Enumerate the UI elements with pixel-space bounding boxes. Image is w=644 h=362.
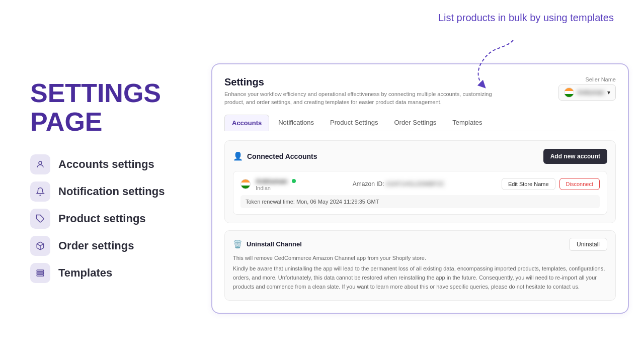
tab-templates[interactable]: Templates (445, 115, 489, 131)
account-top: Anktuman Indian Amazon ID: A3AF1HGLD0MBF… (240, 177, 600, 191)
edit-store-name-button[interactable]: Edit Store Name (502, 178, 555, 190)
tooltip-text: List products in bulk by using templates (438, 11, 614, 24)
chevron-down-icon: ▾ (607, 89, 610, 96)
nav-label-templates: Templates (58, 266, 112, 280)
nav-item-notifications[interactable]: Notification settings (30, 182, 191, 202)
settings-title-block: Settings Enhance your workflow efficienc… (224, 76, 496, 107)
nav-item-order[interactable]: Order settings (30, 236, 191, 256)
seller-select[interactable]: Anktuman ▾ (558, 84, 616, 101)
seller-label: Seller Name (585, 76, 616, 82)
right-panel: List products in bulk by using templates… (211, 0, 644, 362)
india-flag-icon (564, 87, 574, 98)
tab-notifications[interactable]: Notifications (271, 115, 321, 131)
uninstall-button[interactable]: Uninstall (569, 238, 607, 251)
accounts-icon (30, 154, 50, 174)
section-title-row: 👤 Connected Accounts (233, 151, 317, 161)
uninstall-desc1: This will remove CedCommerce Amazon Chan… (233, 254, 607, 263)
svg-rect-4 (37, 273, 44, 274)
uninstall-desc2: Kindly be aware that uninstalling the ap… (233, 264, 607, 291)
token-renewal-row: Token renewal time: Mon, 06 May 2024 11:… (240, 195, 600, 208)
order-icon (30, 236, 50, 256)
settings-subtitle: Enhance your workflow efficiency and ope… (224, 90, 496, 107)
left-panel: SETTINGS PAGE Accounts settings Notifica… (0, 0, 211, 362)
account-flag-icon (240, 179, 251, 189)
page-title: SETTINGS PAGE (30, 79, 191, 136)
user-icon: 👤 (233, 151, 243, 161)
account-left: Anktuman Indian (240, 177, 296, 191)
settings-header: Settings Enhance your workflow efficienc… (224, 76, 616, 107)
arrow-decoration (463, 35, 523, 90)
uninstall-title-row: 🗑️ Uninstall Channel (233, 240, 302, 249)
seller-name: Anktuman (577, 89, 604, 96)
disconnect-button[interactable]: Disconnect (559, 178, 600, 190)
settings-card: Settings Enhance your workflow efficienc… (211, 63, 629, 314)
account-row: Anktuman Indian Amazon ID: A3AF1HGLD0MBF… (233, 171, 607, 215)
account-amazon-id: Amazon ID: A3AF1HGLD0MBF2C (353, 180, 445, 188)
settings-page-title: Settings (224, 76, 496, 88)
nav-label-accounts: Accounts settings (58, 158, 154, 171)
trash-icon: 🗑️ (233, 240, 243, 249)
nav-item-accounts[interactable]: Accounts settings (30, 154, 191, 174)
uninstall-section: 🗑️ Uninstall Channel Uninstall This will… (224, 230, 616, 301)
online-status-dot (292, 179, 296, 183)
svg-rect-3 (37, 270, 44, 272)
connected-accounts-section: 👤 Connected Accounts Add new account Ank… (224, 140, 616, 223)
account-name: Anktuman (256, 177, 288, 185)
add-new-account-button[interactable]: Add new account (543, 149, 607, 164)
tab-product_settings[interactable]: Product Settings (323, 115, 385, 131)
nav-label-product: Product settings (58, 212, 146, 225)
templates-icon (30, 263, 50, 283)
nav-list: Accounts settings Notification settings … (30, 154, 191, 283)
account-name-wrap: Anktuman (256, 177, 296, 185)
product-icon (30, 209, 50, 229)
seller-block: Seller Name Anktuman ▾ (558, 76, 616, 101)
svg-rect-5 (37, 275, 44, 276)
svg-point-0 (39, 161, 42, 164)
nav-label-notifications: Notification settings (58, 185, 165, 198)
nav-item-templates[interactable]: Templates (30, 263, 191, 283)
tab-accounts[interactable]: Accounts (224, 115, 269, 131)
uninstall-header: 🗑️ Uninstall Channel Uninstall (233, 238, 607, 251)
account-actions: Edit Store Name Disconnect (502, 178, 600, 190)
notifications-icon (30, 182, 50, 202)
account-info: Anktuman Indian (256, 177, 296, 191)
account-sub: Indian (256, 185, 296, 191)
connected-accounts-title: Connected Accounts (247, 152, 317, 160)
tabs-row: AccountsNotificationsProduct SettingsOrd… (224, 115, 616, 131)
tab-order_settings[interactable]: Order Settings (387, 115, 443, 131)
section-header: 👤 Connected Accounts Add new account (233, 149, 607, 164)
uninstall-title: Uninstall Channel (247, 240, 302, 248)
nav-label-order: Order settings (58, 239, 134, 252)
nav-item-product[interactable]: Product settings (30, 209, 191, 229)
